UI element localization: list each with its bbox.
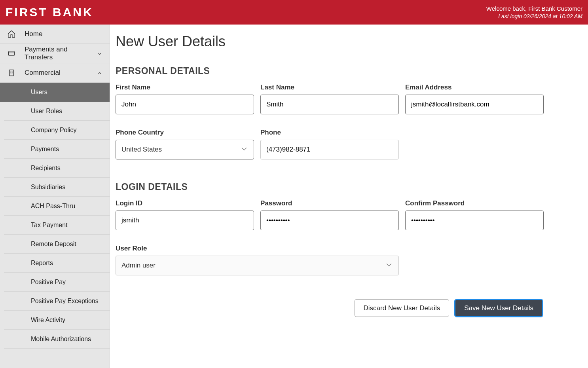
- input-login-id[interactable]: [116, 211, 254, 230]
- subnav-label: Recipients: [31, 165, 61, 172]
- commercial-submenu: Users User Roles Company Policy Payments…: [4, 83, 110, 349]
- subnav-label: Users: [31, 89, 47, 96]
- subnav-remote-deposit[interactable]: Remote Deposit: [4, 235, 110, 254]
- svg-rect-2: [9, 70, 13, 76]
- select-user-role-value: Admin user: [121, 262, 156, 269]
- subnav-label: Positive Pay: [31, 279, 66, 286]
- subnav-positive-pay[interactable]: Positive Pay: [4, 273, 110, 292]
- field-user-role: User Role Admin user: [116, 245, 399, 275]
- subnav-reports[interactable]: Reports: [4, 254, 110, 273]
- field-phone-country: Phone Country United States: [116, 129, 254, 159]
- input-confirm-password[interactable]: [405, 211, 544, 230]
- input-password[interactable]: [260, 211, 399, 230]
- card-icon: [7, 49, 16, 58]
- section-login-details: LOGIN DETAILS: [116, 182, 582, 192]
- select-user-role[interactable]: Admin user: [116, 256, 399, 275]
- field-confirm-password: Confirm Password: [405, 199, 544, 230]
- label-password: Password: [260, 199, 399, 207]
- subnav-wire-activity[interactable]: Wire Activity: [4, 311, 110, 330]
- svg-rect-0: [9, 51, 15, 56]
- discard-button[interactable]: Discard New User Details: [355, 299, 450, 317]
- home-icon: [7, 30, 16, 38]
- subnav-subsidiaries[interactable]: Subsidiaries: [4, 178, 110, 197]
- label-phone-country: Phone Country: [116, 129, 254, 137]
- subnav-label: ACH Pass-Thru: [31, 203, 75, 210]
- header-user-info: Welcome back, First Bank Customer Last l…: [486, 4, 582, 21]
- label-confirm-password: Confirm Password: [405, 199, 544, 207]
- nav-payments-transfers[interactable]: Payments and Transfers: [0, 44, 110, 63]
- field-password: Password: [260, 199, 399, 230]
- subnav-label: Mobile Authorizations: [31, 336, 91, 343]
- brand-logo: FIRST BANK: [6, 6, 93, 19]
- input-email[interactable]: [405, 95, 544, 114]
- nav-commercial[interactable]: Commercial: [0, 63, 110, 83]
- form-actions: Discard New User Details Save New User D…: [116, 299, 582, 317]
- select-phone-country-value: United States: [121, 146, 162, 154]
- app-header: FIRST BANK Welcome back, First Bank Cust…: [0, 0, 588, 25]
- input-phone[interactable]: [260, 140, 399, 159]
- label-first-name: First Name: [116, 83, 254, 91]
- label-user-role: User Role: [116, 245, 399, 252]
- subnav-positive-pay-exceptions[interactable]: Positive Pay Exceptions: [4, 292, 110, 311]
- field-first-name: First Name: [116, 83, 254, 114]
- building-icon: [7, 68, 16, 77]
- chevron-down-icon: [240, 145, 248, 155]
- label-login-id: Login ID: [116, 199, 254, 207]
- subnav-company-policy[interactable]: Company Policy: [4, 121, 110, 140]
- last-login-text: Last login 02/26/2024 at 10:02 AM: [486, 13, 582, 21]
- field-email: Email Address: [405, 83, 544, 114]
- sidebar: Home Payments and Transfers: [0, 25, 110, 368]
- subnav-recipients[interactable]: Recipients: [4, 159, 110, 178]
- field-phone: Phone: [260, 129, 399, 159]
- nav-commercial-label: Commercial: [25, 69, 61, 77]
- save-button[interactable]: Save New User Details: [455, 299, 543, 317]
- nav-home[interactable]: Home: [0, 25, 110, 44]
- label-phone: Phone: [260, 129, 399, 137]
- subnav-label: User Roles: [31, 108, 62, 115]
- subnav-users[interactable]: Users: [0, 83, 110, 102]
- subnav-ach-pass-thru[interactable]: ACH Pass-Thru: [4, 197, 110, 216]
- nav-payments-label: Payments and Transfers: [25, 46, 97, 61]
- chevron-down-icon: [385, 261, 393, 271]
- label-last-name: Last Name: [260, 83, 399, 91]
- select-phone-country[interactable]: United States: [116, 140, 254, 159]
- subnav-mobile-authorizations[interactable]: Mobile Authorizations: [4, 330, 110, 349]
- page-title: New User Details: [116, 33, 582, 50]
- subnav-user-roles[interactable]: User Roles: [4, 102, 110, 121]
- welcome-text: Welcome back, First Bank Customer: [486, 4, 582, 13]
- section-personal-details: PERSONAL DETAILS: [116, 66, 582, 76]
- field-last-name: Last Name: [260, 83, 399, 114]
- input-first-name[interactable]: [116, 95, 254, 114]
- label-email: Email Address: [405, 83, 544, 91]
- subnav-label: Company Policy: [31, 127, 77, 134]
- subnav-label: Reports: [31, 260, 53, 267]
- subnav-label: Payments: [31, 146, 59, 153]
- subnav-label: Subsidiaries: [31, 184, 65, 191]
- field-login-id: Login ID: [116, 199, 254, 230]
- input-last-name[interactable]: [260, 95, 399, 114]
- subnav-payments[interactable]: Payments: [4, 140, 110, 159]
- nav-home-label: Home: [25, 30, 42, 38]
- chevron-up-icon: [97, 70, 102, 76]
- chevron-down-icon: [97, 51, 102, 56]
- main-content: New User Details PERSONAL DETAILS First …: [110, 25, 588, 368]
- subnav-label: Wire Activity: [31, 317, 65, 324]
- subnav-label: Tax Payment: [31, 222, 67, 229]
- subnav-tax-payment[interactable]: Tax Payment: [4, 216, 110, 235]
- subnav-label: Remote Deposit: [31, 241, 76, 248]
- subnav-label: Positive Pay Exceptions: [31, 298, 99, 305]
